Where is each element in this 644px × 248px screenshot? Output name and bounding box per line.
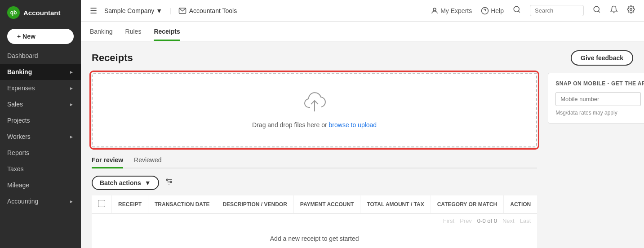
svg-point-14: [170, 181, 171, 182]
col-transaction-date: TRANSACTION DATE: [148, 195, 216, 213]
upload-dropzone[interactable]: Drag and drop files here or browse to up…: [92, 73, 537, 147]
sidebar-nav: Dashboard Banking ► Expenses ► Sales ► P…: [0, 48, 81, 248]
svg-point-4: [514, 6, 519, 12]
content-body: Drag and drop files here or browse to up…: [92, 73, 633, 248]
help-link[interactable]: Help: [481, 7, 504, 15]
sidebar-item-dashboard[interactable]: Dashboard: [0, 48, 81, 64]
notification-icon[interactable]: [610, 5, 618, 16]
col-payment-account: PAYMENT ACCOUNT: [293, 195, 360, 213]
snap-disclaimer: Msg/data rates may apply: [555, 110, 644, 116]
my-experts-link[interactable]: My Experts: [431, 7, 472, 15]
page-title: Receipts: [92, 52, 133, 64]
sidebar-item-label: Workers: [7, 133, 31, 140]
pagination-first[interactable]: First: [443, 217, 454, 224]
pagination-last[interactable]: Last: [520, 217, 531, 224]
col-action: ACTION: [504, 195, 537, 213]
sidebar-item-taxes[interactable]: Taxes: [0, 161, 81, 177]
pagination-next[interactable]: Next: [502, 217, 515, 224]
tab-reviewed[interactable]: Reviewed: [134, 156, 161, 168]
sidebar-item-reports[interactable]: Reports: [0, 145, 81, 161]
my-experts-label: My Experts: [440, 7, 472, 14]
svg-line-5: [518, 11, 520, 12]
svg-line-7: [598, 11, 600, 12]
sidebar-item-expenses[interactable]: Expenses ►: [0, 80, 81, 96]
sidebar-item-banking[interactable]: Banking ►: [0, 64, 81, 80]
sidebar-item-workers[interactable]: Workers ►: [0, 128, 81, 145]
filter-icon[interactable]: [164, 177, 173, 189]
pagination: First Prev 0-0 of 0 Next Last: [92, 213, 537, 228]
accountant-tools-label: Accountant Tools: [189, 7, 237, 14]
svg-point-1: [433, 8, 436, 11]
batch-chevron-icon: ▼: [145, 179, 151, 186]
accountant-tools-link[interactable]: Accountant Tools: [178, 7, 237, 15]
sidebar-item-label: Taxes: [7, 165, 24, 173]
sidebar-item-accounting[interactable]: Accounting ►: [0, 193, 81, 209]
sidebar-item-projects[interactable]: Projects: [0, 112, 81, 128]
svg-point-13: [166, 179, 168, 180]
sidebar-item-label: Dashboard: [7, 52, 38, 59]
col-receipt: RECEIPT: [112, 195, 148, 213]
content-area: Receipts Give feedback Drag and drop fil…: [81, 41, 644, 248]
add-receipt-hint: Add a new receipt to get started: [92, 228, 537, 248]
review-tabs: For review Reviewed: [92, 156, 537, 168]
pagination-prev[interactable]: Prev: [460, 217, 472, 224]
tab-banking[interactable]: Banking: [90, 28, 113, 41]
qb-logo-icon: qb: [7, 6, 20, 19]
tab-rules[interactable]: Rules: [125, 28, 142, 41]
person-icon: [431, 7, 439, 15]
topbar-separator: |: [169, 7, 171, 14]
mobile-number-input[interactable]: [555, 92, 641, 106]
sidebar-item-sales[interactable]: Sales ►: [0, 96, 81, 112]
batch-actions-button[interactable]: Batch actions ▼: [92, 176, 159, 190]
chevron-right-icon: ►: [69, 134, 74, 139]
svg-point-6: [594, 6, 599, 12]
chevron-right-icon: ►: [69, 199, 74, 204]
company-chevron-icon: ▼: [156, 7, 162, 14]
subtabs: Banking Rules Receipts: [81, 22, 644, 41]
new-button-label: + New: [17, 33, 36, 40]
col-description-vendor: DESCRIPTION / VENDOR: [216, 195, 293, 213]
hamburger-icon[interactable]: ☰: [90, 6, 97, 16]
col-total-amount-tax: TOTAL AMOUNT / TAX: [360, 195, 431, 213]
help-label: Help: [491, 7, 504, 14]
upload-text: Drag and drop files here or browse to up…: [252, 121, 377, 128]
batch-actions-label: Batch actions: [100, 179, 141, 186]
browse-upload-link[interactable]: browse to upload: [329, 121, 377, 128]
upload-section: Drag and drop files here or browse to up…: [92, 73, 537, 248]
sidebar-logo-text: Accountant: [23, 9, 61, 17]
select-all-checkbox[interactable]: [98, 200, 105, 207]
sidebar-item-mileage[interactable]: Mileage: [0, 177, 81, 193]
sidebar-logo: qb Accountant: [0, 0, 81, 25]
snap-input-row: Send link: [555, 92, 644, 106]
sidebar-item-label: Sales: [7, 101, 23, 108]
search-icon[interactable]: [513, 5, 521, 16]
snap-card: ✕ SNAP ON MOBILE - GET THE APP Send link…: [548, 73, 644, 124]
tab-receipts[interactable]: Receipts: [154, 28, 180, 41]
sidebar: qb Accountant + New Dashboard Banking ► …: [0, 0, 81, 248]
settings-icon[interactable]: [627, 5, 635, 16]
main-area: ☰ Sample Company ▼ | Accountant Tools My…: [81, 0, 644, 248]
sidebar-item-label: Reports: [7, 149, 29, 156]
give-feedback-button[interactable]: Give feedback: [571, 50, 633, 66]
mail-icon: [178, 7, 187, 15]
sidebar-item-label: Projects: [7, 117, 30, 124]
batch-row: Batch actions ▼: [92, 176, 537, 190]
table-header-checkbox: [92, 195, 112, 213]
pagination-range: 0-0 of 0: [477, 217, 497, 224]
snap-card-title: SNAP ON MOBILE - GET THE APP: [555, 80, 644, 87]
sidebar-item-label: Expenses: [7, 84, 35, 92]
content-header: Receipts Give feedback: [92, 50, 633, 66]
sidebar-item-label: Mileage: [7, 182, 29, 189]
search-button-icon[interactable]: [593, 5, 601, 16]
company-selector[interactable]: Sample Company ▼: [104, 7, 162, 14]
receipts-table: RECEIPT TRANSACTION DATE DESCRIPTION / V…: [92, 195, 537, 213]
svg-point-8: [630, 9, 632, 11]
company-name: Sample Company: [104, 7, 154, 14]
tab-for-review[interactable]: For review: [92, 156, 123, 168]
upload-cloud-icon: [301, 92, 328, 115]
new-button[interactable]: + New: [7, 29, 74, 44]
chevron-right-icon: ►: [69, 70, 74, 75]
chevron-right-icon: ►: [69, 86, 74, 91]
search-input[interactable]: [530, 5, 584, 16]
sidebar-item-label: Accounting: [7, 198, 38, 205]
